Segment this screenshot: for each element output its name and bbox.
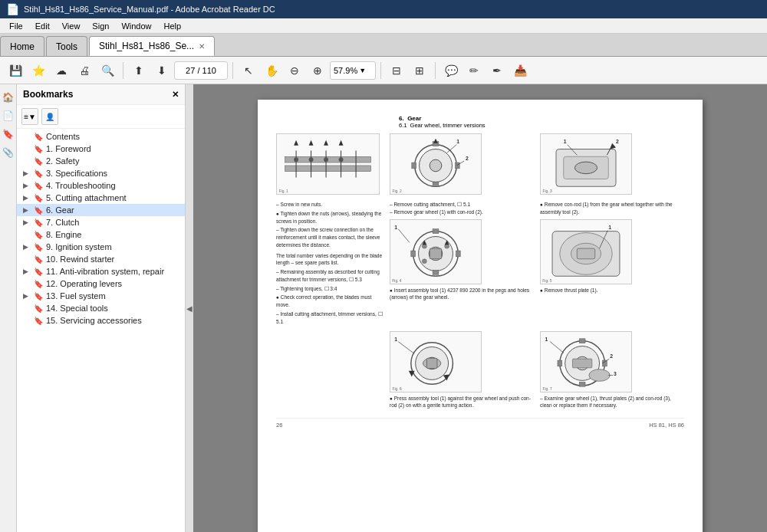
bookmark-clutch[interactable]: ▶ 🔖 7. Clutch [17,216,185,228]
section-header: 6. Gear 6.1 Gear wheel, trimmer versions [276,115,684,129]
bookmarks-panel-icon[interactable]: 🔖 [2,127,15,141]
save-button[interactable]: 💾 [5,60,26,81]
panel-collapse-handle[interactable]: ◀ [186,84,193,532]
comment-button[interactable]: 💬 [440,60,462,81]
bookmark-icon: 🔖 [34,304,43,313]
tab-document[interactable]: Stihl_Hs81_Hs86_Se... ✕ [89,36,215,56]
bookmark-anti-vibration[interactable]: ▶ 🔖 11. Anti-vibration system, repair [17,265,185,277]
svg-text:1: 1 [394,337,397,342]
image-7: 1 2 3 Fig. 7 [540,331,632,392]
zoom-in-button[interactable]: ⊕ [307,60,328,81]
bookmark-foreword[interactable]: 🔖 1. Foreword [17,143,185,155]
left-instructions: – Screw in new nuts. ● Tighten down the … [276,201,384,325]
right-col-2: ● Remove con-rod (1) from the gear wheel… [540,201,684,325]
fit-page-button[interactable]: ⊟ [386,60,407,81]
bookmark-cutting-attachment[interactable]: ▶ 🔖 5. Cutting attachment [17,192,185,204]
bookmark-icon: 🔖 [34,218,43,227]
tab-bar: Home Tools Stihl_Hs81_Hs86_Se... ✕ [0,34,767,57]
close-bookmarks-button[interactable]: ✕ [172,90,179,100]
bookmark-icon: 🔖 [34,206,43,215]
bookmark-fuel-system[interactable]: ▶ 🔖 13. Fuel system [17,290,185,302]
bookmark-ignition[interactable]: ▶ 🔖 9. Ignition system [17,241,185,253]
svg-text:1: 1 [564,139,567,144]
bookmark-safety[interactable]: 🔖 2. Safety [17,155,185,167]
bookmark-troubleshooting[interactable]: ▶ 🔖 4. Troubleshooting [17,179,185,192]
bookmark-icon: 🔖 [34,317,43,325]
stamp-button[interactable]: 📥 [509,60,531,81]
section-mid-title: 6. Gear 6.1 Gear wheel, trimmer versions [399,115,486,129]
subsection-title: 6.1 Gear wheel, trimmer versions [399,122,486,129]
bottom-left-col: 1 Fig. 6 ● Press assembly tool (1) again… [390,331,534,409]
bookmark-special-tools[interactable]: 🔖 14. Special tools [17,302,185,314]
svg-text:Fig. 7: Fig. 7 [542,387,551,391]
bookmark-icon: 🔖 [34,243,43,251]
svg-line-52 [398,228,410,242]
menu-view[interactable]: View [56,21,87,31]
find-button[interactable]: 🔍 [97,60,118,81]
menu-file[interactable]: File [3,21,29,31]
bookmark-contents[interactable]: 🔖 Contents [17,130,185,143]
separator-4 [435,62,436,79]
bookmark-rewind-starter[interactable]: 🔖 10. Rewind starter [17,253,185,265]
bookmarks-panel: Bookmarks ✕ ≡▼ 👤 🔖 Contents 🔖 1. Forewor… [17,84,186,532]
bookmark-button[interactable]: ⭐ [28,60,49,81]
hand-tool-button[interactable]: ✋ [261,60,282,81]
page-thumbnails-icon[interactable]: 📄 [2,109,15,123]
prev-page-button[interactable]: ⬆ [128,60,150,81]
bookmark-specifications[interactable]: ▶ 🔖 3. Specifications [17,167,185,179]
svg-rect-44 [456,251,460,257]
svg-rect-75 [579,383,585,387]
highlight-button[interactable]: ✏ [463,60,485,81]
menu-sign[interactable]: Sign [86,21,115,31]
image-6: 1 Fig. 6 [390,331,482,392]
svg-text:1: 1 [394,224,397,229]
print-button[interactable]: 🖨 [74,60,95,81]
pdf-page: 6. Gear 6.1 Gear wheel, trimmer versions [258,100,703,532]
search-bookmarks-button[interactable]: 👤 [41,108,58,125]
bookmarks-list: 🔖 Contents 🔖 1. Foreword 🔖 2. Safety ▶ 🔖… [17,129,185,532]
svg-rect-20 [433,182,439,186]
left-text-col: Fig. 1 [276,133,384,196]
svg-marker-67 [443,375,449,381]
home-panel-icon[interactable]: 🏠 [2,90,15,104]
pen-button[interactable]: ✒ [486,60,508,81]
zoom-selector[interactable]: 57.9% ▼ [330,61,376,80]
fit-width-button[interactable]: ⊞ [409,60,430,81]
bookmark-operating-levers[interactable]: 🔖 12. Operating levers [17,277,185,290]
tab-close-button[interactable]: ✕ [199,42,205,51]
page-number-label: 26 [276,422,282,429]
menu-window[interactable]: Window [115,21,157,31]
bookmark-icon: 🔖 [34,255,43,264]
bookmark-icon: 🔖 [34,194,43,202]
section-number: 6. Gear [399,115,486,122]
select-tool-button[interactable]: ↖ [238,60,259,81]
svg-rect-78 [572,359,591,368]
svg-rect-22 [455,163,459,169]
bookmark-icon: 🔖 [34,268,43,276]
pdf-area[interactable]: 6. Gear 6.1 Gear wheel, trimmer versions [193,84,767,532]
menu-help[interactable]: Help [158,21,188,31]
expand-all-button[interactable]: ≡▼ [21,108,38,125]
bookmark-engine[interactable]: 🔖 8. Engine [17,228,185,241]
menu-edit[interactable]: Edit [29,21,56,31]
image-4: 1 Fig. 4 [390,219,482,284]
svg-point-9 [324,157,328,162]
attachments-icon[interactable]: 📎 [2,146,15,159]
menu-bar: File Edit View Sign Window Help [0,18,767,34]
bookmarks-header: Bookmarks ✕ [17,84,185,105]
middle-section: – Screw in new nuts. ● Tighten down the … [276,201,684,325]
window-title: Stihl_Hs81_Hs86_Service_Manual.pdf - Ado… [24,5,275,14]
svg-point-7 [294,157,298,162]
bookmark-servicing-accessories[interactable]: 🔖 15. Servicing accessories [17,314,185,327]
zoom-out-button[interactable]: ⊖ [284,60,305,81]
svg-marker-13 [324,140,328,146]
tab-tools[interactable]: Tools [46,36,87,56]
svg-rect-43 [411,251,416,257]
tab-home[interactable]: Home [0,36,44,56]
bookmark-gear[interactable]: ▶ 🔖 6. Gear [17,204,185,216]
page-indicator[interactable]: 27 / 110 [174,61,228,80]
svg-point-10 [339,157,344,162]
upload-button[interactable]: ☁ [51,60,72,81]
svg-rect-48 [430,248,442,259]
next-page-button[interactable]: ⬇ [151,60,173,81]
